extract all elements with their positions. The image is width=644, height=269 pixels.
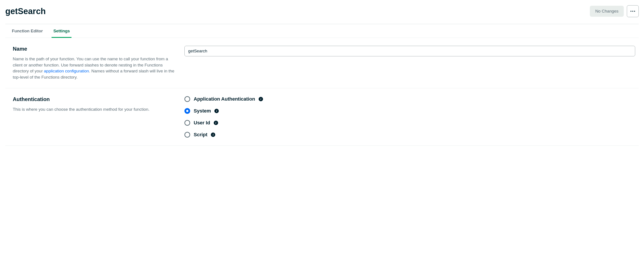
name-description: Name is the path of your function. You c… xyxy=(13,56,176,80)
authentication-radio-group: Application Authentication i System i Us… xyxy=(184,96,635,138)
auth-option-application-authentication[interactable]: Application Authentication i xyxy=(184,96,635,102)
auth-option-system[interactable]: System i xyxy=(184,108,635,114)
name-heading: Name xyxy=(13,46,176,52)
radio-label: Script xyxy=(194,132,207,138)
page-header: getSearch No Changes xyxy=(5,5,639,24)
authentication-heading: Authentication xyxy=(13,96,176,102)
application-configuration-link[interactable]: application configuration xyxy=(44,69,89,73)
authentication-section: Authentication This is where you can cho… xyxy=(5,88,639,146)
tab-function-editor[interactable]: Function Editor xyxy=(10,24,44,38)
radio-icon xyxy=(184,120,190,126)
ellipsis-icon xyxy=(630,9,635,14)
auth-option-user-id[interactable]: User Id i xyxy=(184,120,635,126)
svg-point-2 xyxy=(634,11,635,12)
svg-point-1 xyxy=(632,11,633,12)
info-icon[interactable]: i xyxy=(211,132,215,137)
name-section: Name Name is the path of your function. … xyxy=(5,38,639,88)
page-title: getSearch xyxy=(5,6,46,16)
name-input[interactable] xyxy=(184,46,635,56)
info-icon[interactable]: i xyxy=(214,109,219,113)
auth-option-script[interactable]: Script i xyxy=(184,132,635,138)
more-actions-button[interactable] xyxy=(627,5,639,17)
info-icon[interactable]: i xyxy=(258,97,263,101)
tab-settings[interactable]: Settings xyxy=(52,24,72,38)
svg-point-0 xyxy=(630,11,632,12)
no-changes-button[interactable]: No Changes xyxy=(590,6,624,17)
radio-label: User Id xyxy=(194,120,210,126)
radio-icon xyxy=(184,132,190,138)
header-actions: No Changes xyxy=(590,5,639,17)
radio-icon xyxy=(184,96,190,102)
tabs: Function Editor Settings xyxy=(5,24,639,38)
radio-icon xyxy=(184,108,190,114)
authentication-description: This is where you can choose the authent… xyxy=(13,106,176,112)
info-icon[interactable]: i xyxy=(214,121,218,125)
radio-label: System xyxy=(194,108,211,114)
radio-label: Application Authentication xyxy=(194,96,255,102)
